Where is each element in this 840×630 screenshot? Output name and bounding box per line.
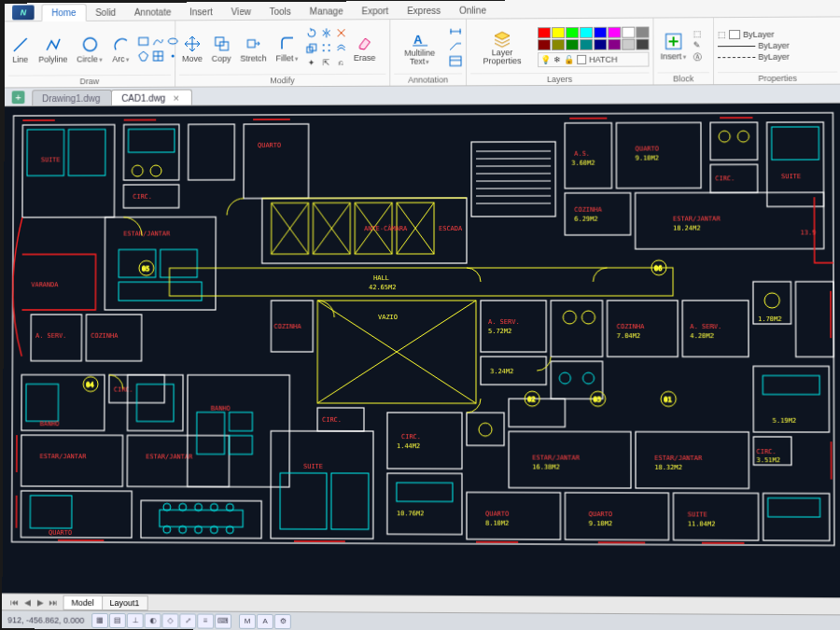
menu-tab-online[interactable]: Online <box>450 3 496 19</box>
copy-button[interactable]: Copy <box>209 32 234 64</box>
sheet-first-icon[interactable]: ⏮ <box>7 597 21 607</box>
svg-point-30 <box>132 165 143 176</box>
close-icon[interactable]: ✕ <box>173 94 180 104</box>
workspace-switch[interactable]: ⚙ <box>274 613 291 628</box>
freeze-icon[interactable]: ❄ <box>553 54 561 63</box>
lineweight-dropdown[interactable]: ByLayer <box>718 41 790 50</box>
insert-button[interactable]: Insert <box>657 30 689 63</box>
svg-rect-176 <box>763 375 819 394</box>
linetype-dropdown[interactable]: ByLayer <box>718 52 790 62</box>
layer-properties-button[interactable]: Layer Properties <box>470 27 534 67</box>
svg-rect-166 <box>467 413 504 445</box>
block-edit-icon[interactable]: ✎ <box>693 40 701 49</box>
leader-icon[interactable] <box>449 41 462 54</box>
model-space-toggle[interactable]: M <box>239 613 256 628</box>
trim-icon[interactable] <box>334 26 347 39</box>
sheet-last-icon[interactable]: ⏭ <box>47 597 60 607</box>
menu-tab-manage[interactable]: Manage <box>301 3 353 19</box>
grid-toggle[interactable]: ▤ <box>109 612 126 627</box>
svg-rect-128 <box>21 491 132 538</box>
svg-point-149 <box>582 372 594 384</box>
sheet-nav: ⏮ ◀ ▶ ⏭ <box>7 597 59 607</box>
svg-text:13.9: 13.9 <box>800 229 816 236</box>
move-button[interactable]: Move <box>179 33 205 65</box>
osnap-toggle[interactable]: ◇ <box>162 613 179 628</box>
svg-rect-26 <box>68 130 105 176</box>
svg-rect-181 <box>467 492 560 539</box>
svg-rect-11 <box>248 39 256 47</box>
sheet-next-icon[interactable]: ▶ <box>34 597 47 607</box>
annotation-scale[interactable]: A <box>257 613 273 628</box>
sheet-prev-icon[interactable]: ◀ <box>21 597 34 607</box>
current-layer-name[interactable]: HATCH <box>589 54 617 63</box>
file-tab-drawing1[interactable]: Drawing1.dwg <box>32 90 112 105</box>
dyn-toggle[interactable]: ⌨ <box>215 613 231 628</box>
offset-icon[interactable] <box>334 41 347 54</box>
spline-icon[interactable] <box>151 35 164 48</box>
svg-text:1.70M2: 1.70M2 <box>758 315 782 323</box>
menu-tab-solid[interactable]: Solid <box>86 5 125 21</box>
svg-rect-42 <box>119 282 202 301</box>
lineweight-toggle[interactable]: ≡ <box>197 613 214 628</box>
ortho-toggle[interactable]: ⊥ <box>127 613 144 628</box>
sheet-tab-layout1[interactable]: Layout1 <box>102 595 148 609</box>
dimension-icon[interactable] <box>449 26 462 39</box>
stretch-button[interactable]: Stretch <box>237 32 269 64</box>
file-tab-cad1[interactable]: CAD1.dwg✕ <box>111 90 192 105</box>
svg-point-31 <box>150 165 161 176</box>
menu-tab-view[interactable]: View <box>222 4 260 20</box>
svg-rect-160 <box>387 413 462 469</box>
svg-rect-40 <box>119 249 156 277</box>
rotate-icon[interactable] <box>304 26 317 39</box>
new-file-button[interactable]: + <box>12 91 25 104</box>
svg-marker-4 <box>138 51 147 61</box>
otrack-toggle[interactable]: ⤢ <box>179 613 196 628</box>
svg-rect-139 <box>481 301 546 352</box>
erase-button[interactable]: Erase <box>351 32 378 64</box>
rectangle-icon[interactable] <box>136 35 149 48</box>
svg-rect-112 <box>197 413 225 455</box>
floor-plan: .w{stroke:#fff;stroke-width:1.2;fill:non… <box>3 104 840 565</box>
break-icon[interactable]: ⎌ <box>334 56 347 69</box>
polygon-icon[interactable] <box>136 49 149 63</box>
lock-icon[interactable]: 🔓 <box>564 54 574 63</box>
ribbon: Line Polyline Circle Arc Draw Move Copy <box>5 17 840 88</box>
hatch-icon[interactable] <box>151 49 164 63</box>
block-create-icon[interactable]: ⬚ <box>693 29 701 38</box>
lightbulb-icon[interactable]: 💡 <box>540 55 551 64</box>
menu-tab-express[interactable]: Express <box>398 3 450 19</box>
fillet-button[interactable]: Fillet <box>273 32 301 64</box>
arc-button[interactable]: Arc <box>109 33 133 65</box>
polyline-button[interactable]: Polyline <box>35 33 70 65</box>
array-icon[interactable] <box>319 41 332 54</box>
svg-text:3.24M2: 3.24M2 <box>490 368 513 375</box>
svg-text:ESTAR/JANTAR: ESTAR/JANTAR <box>40 453 88 460</box>
svg-text:01: 01 <box>664 396 672 403</box>
svg-text:18.24M2: 18.24M2 <box>673 225 701 232</box>
svg-text:4.20M2: 4.20M2 <box>690 332 713 340</box>
block-attr-icon[interactable]: Ⓐ <box>693 51 701 63</box>
layer-color-grid[interactable] <box>538 26 649 50</box>
mirror-icon[interactable] <box>319 26 332 39</box>
menu-tab-annotate[interactable]: Annotate <box>125 5 180 21</box>
menu-tab-insert[interactable]: Insert <box>180 4 222 20</box>
snap-toggle[interactable]: ▦ <box>91 612 108 627</box>
menu-tab-tools[interactable]: Tools <box>260 4 301 20</box>
menu-tab-home[interactable]: Home <box>41 4 86 21</box>
scale-icon[interactable] <box>304 41 317 54</box>
polar-toggle[interactable]: ◐ <box>145 613 161 628</box>
align-icon[interactable]: ⇱ <box>319 56 332 69</box>
svg-rect-32 <box>189 124 235 180</box>
table-icon[interactable] <box>449 55 462 68</box>
drawing-canvas[interactable]: .w{stroke:#fff;stroke-width:1.2;fill:non… <box>2 104 840 597</box>
menu-tab-export[interactable]: Export <box>353 3 399 19</box>
sheet-tab-model[interactable]: Model <box>63 595 103 609</box>
color-dropdown[interactable]: ⬚ByLayer <box>718 30 790 39</box>
explode-icon[interactable]: ✦ <box>304 56 317 69</box>
svg-text:BANHO: BANHO <box>40 420 60 427</box>
circle-button[interactable]: Circle <box>74 33 105 65</box>
line-button[interactable]: Line <box>8 34 33 66</box>
multiline-text-button[interactable]: AMultiline Text <box>394 27 445 67</box>
svg-rect-41 <box>161 249 198 277</box>
svg-text:SUITE: SUITE <box>303 463 323 470</box>
